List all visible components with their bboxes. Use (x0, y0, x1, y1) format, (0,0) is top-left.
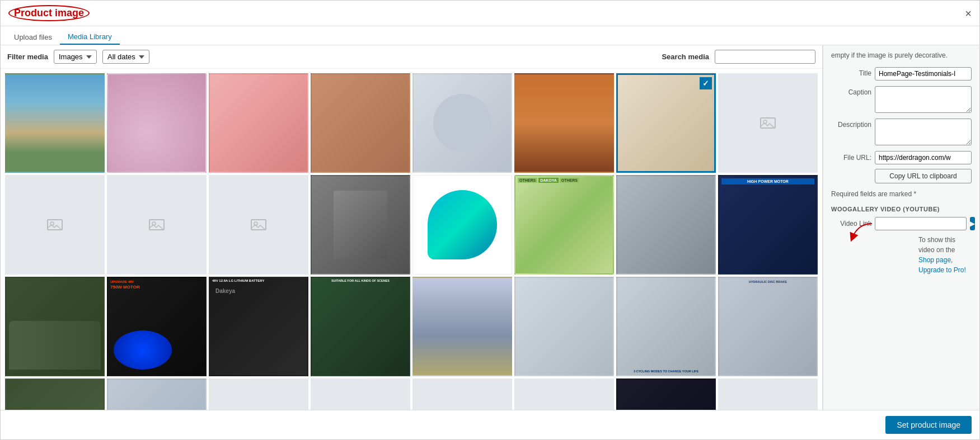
thumb-row4-1[interactable] (5, 379, 105, 410)
video-play-button[interactable]: ▶ (970, 217, 975, 230)
file-url-label: File URL: (831, 154, 871, 162)
selected-checkmark: ✓ (700, 77, 712, 89)
thumb-upgrade-motor[interactable]: UPGRADE 48V750W MOTOR (107, 277, 207, 376)
media-grid-scroll[interactable]: ✓ (1, 69, 822, 410)
file-url-input[interactable] (875, 151, 972, 164)
required-note: Required fields are marked * (831, 190, 972, 198)
placeholder-icon-4 (210, 176, 307, 273)
set-product-image-button[interactable]: Set product image (885, 416, 972, 434)
video-note: To show this video on the Shop page, Upg… (918, 235, 972, 275)
search-media-label: Search media (662, 53, 709, 61)
tab-media-library[interactable]: Media Library (60, 30, 120, 45)
search-input[interactable] (715, 50, 815, 64)
thumb-smart-led[interactable]: SMART LED DISPLAY (616, 379, 716, 410)
thumb-teal-logo[interactable] (412, 175, 512, 275)
details-panel: empty if the image is purely decorative.… (823, 45, 979, 410)
dialog-header: Product image × (1, 1, 979, 26)
video-note-container: To show this video on the Shop page, Upg… (875, 235, 972, 275)
video-link-input[interactable] (875, 217, 967, 230)
dialog-footer: Set product image (1, 410, 979, 439)
thumb-hydraulic-brake[interactable]: HYDRAULIC DISC BRAKE (718, 277, 818, 376)
detail-note: empty if the image is purely decorative. (831, 51, 972, 60)
filter-label: Filter media (7, 53, 48, 61)
main-area: Filter media Images Audio Video All date… (1, 45, 979, 410)
description-row: Description (831, 119, 972, 145)
thumb-row4-5[interactable] (412, 379, 512, 410)
dialog-title: Product image (8, 5, 90, 21)
shop-page-link[interactable]: Shop page (918, 256, 951, 264)
media-grid: ✓ (5, 73, 818, 410)
file-url-row: File URL: (831, 151, 972, 164)
thumb-dakoya-chart[interactable]: OTHERS DAKOYA OTHERS (514, 175, 614, 275)
woogallery-section-label: WOOGALLERY VIDEO (YOUTUBE) (831, 206, 972, 212)
caption-label: Caption (831, 86, 871, 96)
placeholder-icon (719, 74, 817, 172)
title-label: Title (831, 67, 871, 77)
thumb-placeholder1[interactable] (5, 175, 105, 275)
product-image-dialog: Product image × Upload files Media Libra… (0, 0, 980, 440)
caption-input[interactable] (875, 86, 972, 113)
thumb-ebike-bw[interactable] (616, 175, 716, 275)
thumb-orange-vases[interactable] (514, 73, 614, 173)
upgrade-link[interactable]: Upgrade to Pro! (918, 266, 966, 274)
thumb-row4-8[interactable] (718, 379, 818, 410)
thumb-battery-dakoya[interactable]: 48V 12.8A LG LITHIUM BATTERY Dakeya (209, 277, 308, 376)
thumb-abstract[interactable] (412, 73, 512, 173)
thumb-suitable-scenes[interactable]: SUITABLE FOR ALL KINDS OF SCENES (311, 277, 410, 376)
thumb-ebike-green[interactable] (5, 277, 105, 376)
filter-date-select[interactable]: All dates (102, 50, 149, 64)
placeholder-icon-3 (108, 176, 205, 273)
thumb-white-orange-ebike[interactable] (514, 277, 614, 376)
caption-row: Caption (831, 86, 972, 113)
thumb-row4-6[interactable] (514, 379, 614, 410)
arrow-indicator (847, 218, 878, 243)
thumb-3cycling-modes[interactable]: 3 CYCLING MODES TO CHANGE YOUR LIFE (616, 277, 716, 376)
placeholder-icon-2 (6, 176, 104, 273)
thumb-high-power-motor[interactable]: HIGH POWER MOTOR (718, 175, 818, 275)
thumb-shoe-hand[interactable] (209, 73, 308, 173)
description-input[interactable] (875, 119, 972, 145)
title-row: Title (831, 67, 972, 81)
tab-upload[interactable]: Upload files (6, 30, 60, 45)
thumb-woman-cycling[interactable] (412, 277, 512, 376)
filter-bar: Filter media Images Audio Video All date… (1, 45, 822, 69)
tab-bar: Upload files Media Library (1, 26, 979, 45)
filter-type-select[interactable]: Images Audio Video (54, 50, 97, 64)
thumb-flower-vases[interactable]: ✓ (616, 73, 716, 173)
copy-url-button[interactable]: Copy URL to clipboard (875, 169, 972, 183)
description-label: Description (831, 119, 871, 129)
title-input[interactable] (875, 67, 972, 81)
thumb-face[interactable] (311, 73, 410, 173)
thumb-blank1[interactable] (718, 73, 818, 173)
thumb-beach[interactable] (5, 73, 105, 173)
thumb-placeholder3[interactable] (209, 175, 308, 275)
thumb-row4-2[interactable] (107, 379, 207, 410)
close-button[interactable]: × (965, 8, 972, 19)
thumb-row4-3[interactable] (209, 379, 308, 410)
thumb-man-glasses[interactable] (311, 175, 410, 275)
thumb-pink-cubes[interactable] (107, 73, 207, 173)
media-area: Filter media Images Audio Video All date… (1, 45, 823, 410)
thumb-row4-4[interactable] (311, 379, 410, 410)
thumb-placeholder2[interactable] (107, 175, 207, 275)
